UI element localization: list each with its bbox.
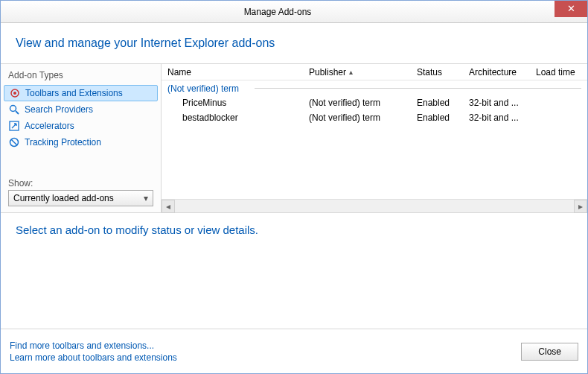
cell-publisher: (Not verified) term — [303, 112, 411, 123]
header: View and manage your Internet Explorer a… — [1, 23, 587, 64]
learn-more-link[interactable]: Learn more about toolbars and extensions — [10, 352, 177, 363]
col-header-name[interactable]: Name — [162, 67, 303, 77]
sidebar-item-tracking-protection[interactable]: Tracking Protection — [1, 134, 161, 150]
show-dropdown[interactable]: Currently loaded add-ons — [8, 190, 153, 206]
col-header-load-time[interactable]: Load time — [530, 67, 587, 77]
horizontal-scrollbar[interactable]: ◂ ▸ — [162, 199, 587, 212]
footer: Find more toolbars and extensions... Lea… — [1, 329, 587, 373]
scroll-right-icon[interactable]: ▸ — [574, 200, 587, 213]
window-close-button[interactable]: ✕ — [555, 1, 587, 17]
cell-name: bestadblocker — [162, 112, 303, 123]
cell-architecture: 32-bit and ... — [463, 98, 530, 108]
show-area: Show: Currently loaded add-ons — [1, 175, 161, 212]
scroll-left-icon[interactable]: ◂ — [162, 200, 175, 213]
window-title: Manage Add-ons — [1, 7, 555, 17]
footer-links: Find more toolbars and extensions... Lea… — [10, 340, 177, 363]
sidebar: Add-on Types Toolbars and Extensions Sea… — [1, 64, 162, 212]
sidebar-item-label: Search Providers — [25, 104, 93, 115]
addon-types-label: Add-on Types — [1, 67, 161, 83]
svg-point-1 — [13, 92, 16, 95]
gear-icon — [9, 87, 21, 99]
table-row[interactable]: PriceMinus (Not verified) term Enabled 3… — [162, 95, 587, 110]
svg-line-6 — [11, 139, 17, 145]
col-header-status[interactable]: Status — [411, 67, 463, 77]
details-pane: Select an add-on to modify status or vie… — [1, 213, 587, 326]
table-row[interactable]: bestadblocker (Not verified) term Enable… — [162, 110, 587, 125]
show-dropdown-value: Currently loaded add-ons — [13, 193, 114, 203]
column-headers: Name Publisher▴ Status Architecture Load… — [162, 64, 587, 80]
sidebar-item-label: Accelerators — [25, 121, 74, 131]
accelerators-icon — [8, 120, 20, 132]
search-icon — [8, 104, 20, 115]
svg-line-3 — [16, 111, 19, 114]
svg-point-2 — [10, 106, 16, 112]
sort-asc-icon: ▴ — [349, 68, 353, 76]
cell-architecture: 32-bit and ... — [463, 112, 530, 123]
find-more-link[interactable]: Find more toolbars and extensions... — [10, 340, 177, 351]
sidebar-item-search-providers[interactable]: Search Providers — [1, 101, 161, 118]
cell-status: Enabled — [411, 98, 463, 108]
close-button[interactable]: Close — [521, 343, 578, 361]
cell-name: PriceMinus — [162, 98, 303, 108]
addon-list-pane: Name Publisher▴ Status Architecture Load… — [162, 64, 587, 212]
sidebar-item-label: Toolbars and Extensions — [25, 88, 123, 98]
header-text: View and manage your Internet Explorer a… — [16, 37, 572, 50]
cell-status: Enabled — [411, 112, 463, 123]
sidebar-item-label: Tracking Protection — [25, 137, 101, 148]
manage-addons-window: Manage Add-ons ✕ View and manage your In… — [0, 0, 588, 374]
details-prompt: Select an add-on to modify status or vie… — [16, 224, 572, 236]
col-header-architecture[interactable]: Architecture — [463, 67, 530, 77]
titlebar: Manage Add-ons ✕ — [1, 1, 587, 23]
group-divider — [255, 88, 581, 89]
sidebar-item-accelerators[interactable]: Accelerators — [1, 118, 161, 134]
sidebar-item-toolbars-extensions[interactable]: Toolbars and Extensions — [4, 85, 158, 101]
close-icon: ✕ — [567, 3, 575, 14]
addon-types-list: Toolbars and Extensions Search Providers… — [1, 83, 161, 150]
cell-publisher: (Not verified) term — [303, 98, 411, 108]
show-label: Show: — [8, 178, 153, 188]
content: Add-on Types Toolbars and Extensions Sea… — [1, 64, 587, 213]
block-icon — [8, 136, 20, 148]
col-header-publisher[interactable]: Publisher▴ — [303, 67, 411, 77]
group-header[interactable]: (Not verified) term — [162, 80, 587, 95]
